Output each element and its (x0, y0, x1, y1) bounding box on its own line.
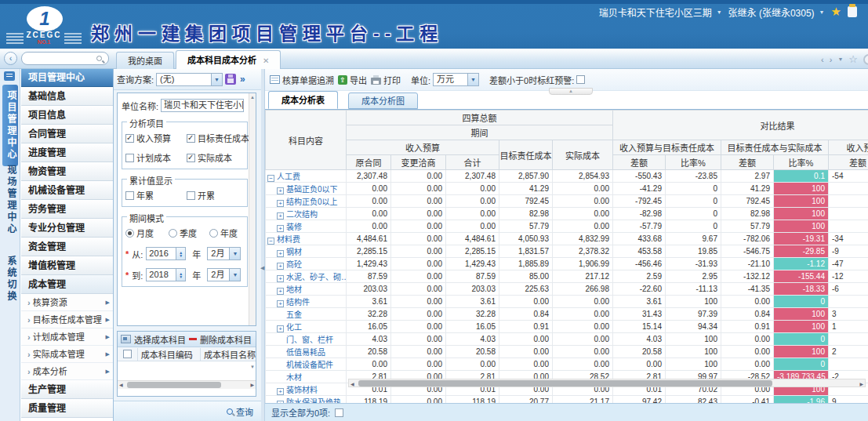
collapse-toggle-icon[interactable]: − (267, 175, 274, 182)
print-button[interactable]: 打印 (371, 74, 401, 86)
checkbox-option[interactable]: 实际成本 (187, 151, 249, 164)
table-row[interactable]: +地材203.030.00203.03225.63266.98-22.60-11… (266, 283, 868, 296)
radio-icon[interactable] (209, 229, 218, 238)
to-month-select[interactable]: 2月 ▼ (207, 268, 241, 281)
subject-link[interactable]: 二次结构 (286, 210, 318, 219)
scheme-select[interactable]: (无) ▼ (156, 73, 223, 86)
table-row[interactable]: +防水保温及绝热…118.190.00118.1920.7721.1797.42… (266, 396, 868, 404)
sidebar-item[interactable]: ›目标责任成本管理▶ (21, 311, 113, 328)
expand-toggle-icon[interactable]: + (277, 212, 284, 220)
sidebar-item[interactable]: 成本管理 (21, 275, 113, 294)
subject-link[interactable]: 结构件 (286, 298, 310, 307)
collapse-left-icon[interactable]: ◀ (260, 265, 264, 271)
checkbox-option[interactable]: 年累 (125, 189, 187, 201)
favorites-icon[interactable]: ☆ (848, 53, 858, 65)
show-zero-checkbox[interactable] (335, 408, 343, 417)
sidebar-item[interactable]: 项目信息 (21, 106, 113, 125)
select-subject-button[interactable]: 选择成本科目 (134, 333, 186, 346)
sidebar-item[interactable]: 合同管理 (21, 125, 113, 143)
back-button[interactable]: ‹ (4, 52, 17, 65)
table-row[interactable]: +结构正负0以上0.000.000.00792.450.00-792.45079… (266, 195, 868, 208)
subject-link[interactable]: 木材 (286, 373, 302, 382)
subject-link[interactable]: 化工 (286, 323, 302, 332)
sidebar-item[interactable]: ›计划成本管理▶ (21, 328, 113, 346)
checkbox-option[interactable]: 收入预算 (125, 132, 187, 144)
subject-link[interactable]: 门、窗、栏杆 (286, 336, 333, 344)
radio-icon[interactable] (125, 229, 134, 238)
picker-hscrollbar[interactable]: ◀ ▶ (118, 380, 256, 389)
table-row[interactable]: +装修0.000.000.0057.790.00-57.79057.79100 (266, 220, 868, 233)
radio-option[interactable]: 季度 (169, 227, 209, 239)
nav-strip-item[interactable]: 项目管理中心 (2, 85, 18, 166)
export-button[interactable]: ⇪ 导出 (338, 74, 367, 86)
subject-link[interactable]: 低值易耗品 (286, 348, 325, 357)
sidebar-item[interactable]: ›成本分析▶ (21, 363, 113, 380)
expand-toggle-icon[interactable]: + (277, 187, 284, 194)
scroll-left-icon[interactable]: ◀ (350, 381, 354, 387)
table-row[interactable]: 五金32.280.0032.280.840.0031.4397.390.8410… (266, 308, 868, 321)
close-icon[interactable]: ✕ (263, 56, 269, 65)
table-hscrollbar[interactable]: ◀ ▶ (348, 379, 866, 387)
table-row[interactable]: 机械设备配件0.000.000.000.000.000.001000.000 (266, 358, 868, 371)
sidebar-item[interactable]: 质量管理 (21, 399, 113, 418)
subject-link[interactable]: 钢材 (286, 248, 302, 256)
scroll-left-icon[interactable]: ‹ (821, 55, 824, 64)
collapse-toggle-icon[interactable]: − (267, 238, 274, 245)
checkbox-icon[interactable] (125, 134, 134, 143)
sidebar-item[interactable]: 劳务管理 (21, 200, 113, 219)
expand-toggle-icon[interactable]: + (277, 300, 284, 307)
project-selector[interactable]: 瑞贝卡和天下住宅小区三期 ▼ (599, 5, 722, 19)
tab-list-dropdown-icon[interactable]: ▼ (837, 56, 843, 62)
checkbox-option[interactable]: 计划成本 (125, 151, 187, 164)
save-scheme-icon[interactable] (225, 74, 236, 85)
tab-analysis-table[interactable]: 成本分析表 (268, 91, 338, 109)
subject-link[interactable]: 结构正负0以上 (286, 198, 338, 206)
scroll-down-icon[interactable]: ▼ (250, 365, 255, 369)
expand-toggle-icon[interactable]: + (277, 200, 284, 207)
sidebar-item[interactable]: ›核算资源▶ (21, 294, 113, 311)
sidebar-item[interactable]: 机械设备管理 (21, 181, 113, 200)
delete-subject-button[interactable]: 删除成本科目 (200, 333, 252, 346)
expand-toggle-icon[interactable]: + (277, 275, 284, 282)
subject-link[interactable]: 装修 (286, 223, 302, 231)
checkbox-option[interactable]: 目标责任成本 (187, 132, 249, 144)
table-row[interactable]: 低值易耗品20.580.0020.580.000.0020.581000.001… (266, 346, 868, 358)
table-row[interactable]: −材料费4,484.610.004,484.614,050.934,832.99… (266, 233, 868, 245)
checkbox-icon[interactable] (187, 134, 195, 143)
favorite-star-icon[interactable]: ★ (831, 5, 841, 19)
expand-more-icon[interactable]: » (240, 74, 245, 85)
sidebar-item[interactable]: 进度管理 (21, 143, 113, 162)
scrollbar-thumb[interactable] (127, 382, 221, 388)
table-row[interactable]: +基础正负0以下0.000.000.0041.290.00-41.29041.2… (266, 183, 868, 195)
search-button[interactable]: 查询 (227, 405, 253, 418)
module-grid-icon[interactable] (4, 71, 15, 81)
clipboard-icon[interactable] (848, 6, 857, 17)
radio-icon[interactable] (169, 229, 177, 238)
expand-toggle-icon[interactable]: + (277, 250, 284, 257)
table-row[interactable]: +化工16.050.0016.050.910.0015.1494.340.911… (266, 321, 868, 333)
table-row[interactable]: +水泥、砂子、砌…87.590.0087.5985.00217.122.592.… (266, 270, 868, 283)
table-row[interactable]: +商砼1,429.430.001,429.431,885.891,906.99-… (266, 258, 868, 270)
select-all-checkbox[interactable] (123, 350, 132, 358)
radio-option[interactable]: 年度 (209, 227, 244, 239)
subject-link[interactable]: 装饰材料 (286, 386, 318, 394)
sidebar-item[interactable]: ›实际成本管理▶ (21, 346, 113, 363)
radio-option[interactable]: 月度 (125, 227, 169, 239)
sidebar-item[interactable]: 物资管理 (21, 162, 113, 181)
trace-voucher-button[interactable]: 核算单据追溯 (270, 74, 334, 86)
from-month-select[interactable]: 2月 ▼ (207, 247, 241, 260)
table-row[interactable]: +钢材2,285.150.002,285.151,831.572,378.324… (266, 245, 868, 258)
table-row[interactable]: 门、窗、栏杆4.030.004.030.000.004.031000.000 (266, 333, 868, 346)
table-row[interactable]: −人工费2,307.480.002,307.482,857.902,854.93… (266, 170, 868, 183)
tab-analysis-chart[interactable]: 成本分析图 (348, 93, 418, 109)
subject-link[interactable]: 商砼 (286, 260, 302, 269)
checkbox-icon[interactable] (187, 154, 195, 162)
checkbox-icon[interactable] (125, 154, 134, 162)
panel-scrollbar[interactable]: ▲ (249, 93, 256, 325)
expand-toggle-icon[interactable]: + (277, 263, 284, 270)
table-row[interactable]: +二次结构0.000.000.0082.980.00-82.98082.9810… (266, 208, 868, 220)
sidebar-item[interactable]: 基础信息 (21, 87, 113, 106)
subject-link[interactable]: 材料费 (277, 235, 300, 244)
sidebar-item[interactable]: 资金管理 (21, 238, 113, 256)
warn-checkbox[interactable] (576, 75, 585, 84)
